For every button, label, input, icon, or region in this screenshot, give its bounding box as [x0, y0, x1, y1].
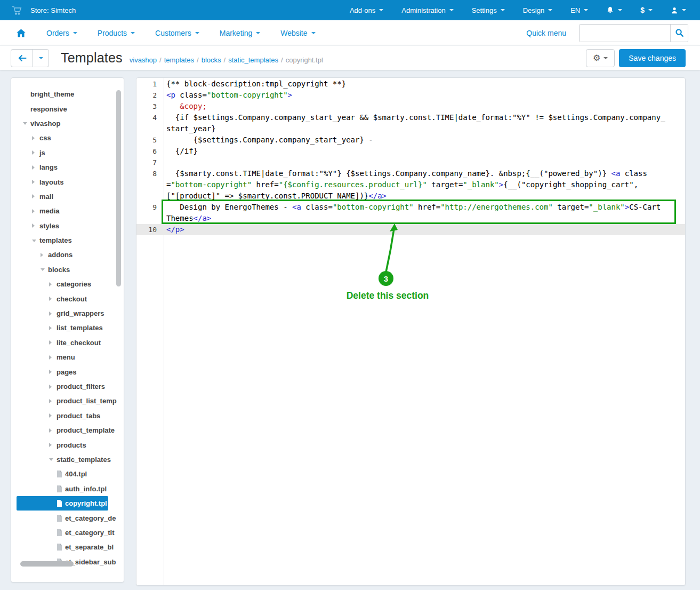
sidebar-vertical-scrollbar[interactable]	[116, 90, 121, 286]
code-text[interactable]: Design by EnergoThemes - <a class="botto…	[164, 202, 685, 213]
folder-item-list-templates[interactable]: list_templates	[11, 321, 124, 335]
code-text[interactable]: {$smarty.const.TIME|date_format:"%Y"} {$…	[164, 168, 685, 179]
folder-item-addons[interactable]: addons	[11, 248, 124, 262]
caret-right-icon[interactable]	[49, 443, 52, 447]
currency-menu[interactable]: $	[640, 6, 653, 14]
folder-item-vivashop[interactable]: vivashop	[11, 116, 124, 131]
topbar-menu-settings[interactable]: Settings	[472, 6, 505, 14]
file-item-404-tpl[interactable]: 404.tpl	[11, 467, 124, 481]
topbar-menu-design[interactable]: Design	[523, 6, 552, 14]
navbar-menu-marketing[interactable]: Marketing	[220, 29, 260, 37]
save-changes-button[interactable]: Save changes	[619, 49, 686, 67]
caret-right-icon[interactable]	[49, 340, 52, 345]
caret-right-icon[interactable]	[49, 385, 52, 389]
folder-item-media[interactable]: media	[11, 204, 124, 218]
code-text[interactable]: {/if}	[164, 146, 685, 157]
folder-item-grid-wrappers[interactable]: grid_wrappers	[11, 306, 124, 321]
caret-right-icon[interactable]	[49, 312, 52, 316]
search-button[interactable]	[670, 25, 688, 42]
file-item-et-category-tit[interactable]: et_category_tit	[11, 525, 124, 540]
folder-item-bright-theme[interactable]: bright_theme	[11, 87, 124, 101]
code-text[interactable]: start_year}	[164, 123, 685, 134]
back-button[interactable]	[11, 50, 33, 67]
caret-down-icon[interactable]	[32, 240, 36, 242]
folder-item-blocks[interactable]: blocks	[11, 262, 124, 277]
folder-item-styles[interactable]: styles	[11, 219, 124, 233]
folder-item-product-filters[interactable]: product_filters	[11, 379, 124, 394]
caret-right-icon[interactable]	[49, 399, 52, 403]
code-text[interactable]	[164, 157, 685, 168]
caret-right-icon[interactable]	[32, 194, 35, 198]
caret-right-icon[interactable]	[49, 282, 52, 286]
caret-right-icon[interactable]	[49, 413, 52, 418]
navbar-menu-customers[interactable]: Customers	[155, 29, 199, 37]
code-text[interactable]: ="bottom-copyright" href="{$config.resou…	[164, 179, 685, 190]
code-text[interactable]: ["[product]" => $smarty.const.PRODUCT_NA…	[164, 190, 685, 202]
caret-right-icon[interactable]	[32, 136, 35, 140]
topbar-menu-en[interactable]: EN	[570, 6, 588, 14]
caret-down-icon[interactable]	[23, 122, 27, 125]
code-text[interactable]: </p>	[164, 224, 685, 235]
caret-right-icon[interactable]	[49, 297, 52, 301]
folder-item-layouts[interactable]: layouts	[11, 174, 124, 189]
topbar-menu-administration[interactable]: Administration	[401, 6, 453, 14]
breadcrumb-item-blocks[interactable]: blocks	[202, 56, 221, 64]
folder-item-checkout[interactable]: checkout	[11, 291, 124, 306]
caret-right-icon[interactable]	[49, 355, 52, 360]
topbar-menu-add-ons[interactable]: Add-ons	[350, 6, 383, 14]
folder-item-pages[interactable]: pages	[11, 364, 124, 379]
home-icon[interactable]	[16, 28, 26, 38]
caret-right-icon[interactable]	[32, 165, 35, 170]
breadcrumb-item-templates[interactable]: templates	[164, 56, 194, 64]
caret-right-icon[interactable]	[49, 326, 52, 330]
folder-item-templates[interactable]: templates	[11, 233, 124, 248]
caret-right-icon[interactable]	[32, 209, 35, 213]
file-item-auth-info-tpl[interactable]: auth_info.tpl	[11, 482, 124, 496]
folder-item-categories[interactable]: categories	[11, 277, 124, 291]
folder-item-mail[interactable]: mail	[11, 189, 124, 204]
caret-right-icon[interactable]	[32, 150, 35, 155]
caret-down-icon[interactable]	[41, 268, 45, 271]
folder-item-product-template[interactable]: product_template	[11, 423, 124, 437]
caret-right-icon[interactable]	[41, 253, 43, 257]
back-dropdown-button[interactable]	[33, 50, 49, 67]
breadcrumb-item-static-templates[interactable]: static_templates	[228, 56, 278, 64]
file-item-et-separate-bl[interactable]: et_separate_bl	[11, 540, 124, 554]
navbar-menu-website[interactable]: Website	[280, 29, 315, 37]
breadcrumb-item-vivashop[interactable]: vivashop	[130, 56, 157, 64]
folder-item-langs[interactable]: langs	[11, 160, 124, 174]
tree-item-label: product_filters	[11, 382, 105, 390]
caret-right-icon[interactable]	[49, 370, 52, 374]
code-text[interactable]: &copy;	[164, 101, 685, 112]
code-text[interactable]: {if $settings.Company.company_start_year…	[164, 112, 685, 123]
search-input[interactable]	[580, 25, 670, 42]
folder-item-static-templates[interactable]: static_templates	[11, 452, 124, 467]
code-text[interactable]: {$settings.Company.company_start_year} -	[164, 134, 685, 146]
folder-item-product-list-temp[interactable]: product_list_temp	[11, 394, 124, 408]
navbar-menu-orders[interactable]: Orders	[46, 29, 77, 37]
folder-item-js[interactable]: js	[11, 146, 124, 160]
settings-dropdown-button[interactable]: ⚙	[586, 49, 615, 67]
code-text[interactable]: <p class="bottom-copyright">	[164, 90, 685, 101]
caret-down-icon[interactable]	[49, 458, 53, 461]
folder-item-css[interactable]: css	[11, 131, 124, 145]
navbar-menu-products[interactable]: Products	[98, 29, 135, 37]
user-menu[interactable]	[671, 6, 686, 14]
folder-item-products[interactable]: products	[11, 437, 124, 452]
file-item-et-category-de[interactable]: et_category_de	[11, 511, 124, 525]
folder-item-menu[interactable]: menu	[11, 350, 124, 364]
folder-item-product-tabs[interactable]: product_tabs	[11, 409, 124, 423]
code-editor-panel[interactable]: 1{** block-description:tmpl_copyright **…	[136, 77, 686, 586]
quick-menu-link[interactable]: Quick menu	[526, 29, 566, 37]
caret-right-icon[interactable]	[32, 180, 35, 184]
caret-right-icon[interactable]	[32, 224, 35, 228]
folder-item-lite-checkout[interactable]: lite_checkout	[11, 336, 124, 350]
folder-item-responsive[interactable]: responsive	[11, 101, 124, 116]
code-text[interactable]: Themes</a>	[164, 213, 685, 224]
caret-right-icon[interactable]	[49, 428, 52, 433]
file-item-copyright-tpl[interactable]: copyright.tpl	[17, 496, 108, 511]
notifications-menu[interactable]	[606, 6, 622, 14]
tree-item-label: bright_theme	[11, 90, 74, 98]
sidebar-horizontal-scrollbar[interactable]	[20, 561, 74, 567]
code-text[interactable]: {** block-description:tmpl_copyright **}	[164, 78, 685, 90]
